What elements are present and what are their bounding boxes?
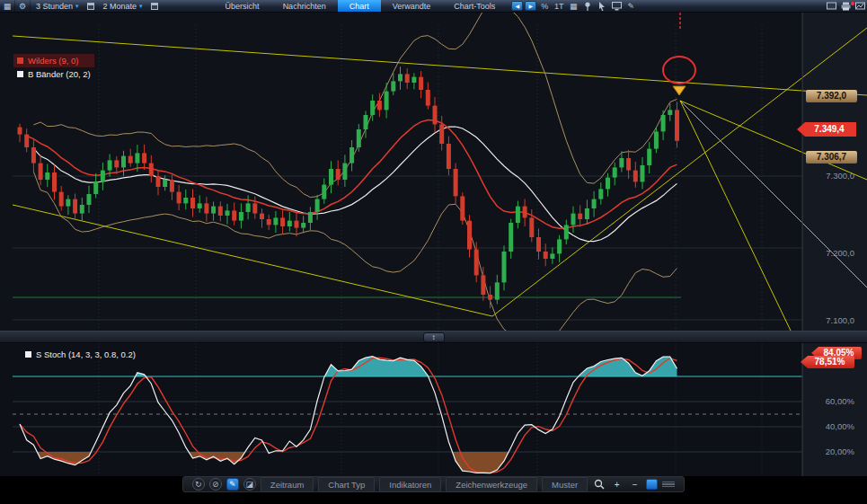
bottom-toolbar: ↻ ⊘ ✎ ◪ Zeitraum Chart Typ Indikatoren Z…: [0, 476, 867, 492]
pin-icon[interactable]: [580, 0, 595, 13]
text-size-icon[interactable]: 1T: [552, 0, 566, 13]
legend-label: Wilders (9, 0): [28, 56, 78, 66]
percent-icon[interactable]: %: [537, 0, 552, 13]
indicator-legend: Wilders (9, 0) B Bänder (20, 2): [13, 54, 94, 81]
zoom-in-button[interactable]: +: [610, 478, 624, 491]
price-tick: 7.200,0: [802, 248, 854, 258]
price-tick: 7.100,0: [802, 315, 854, 325]
legend-label: S Stoch (14, 3, 3, 0.8, 0.2): [36, 349, 136, 359]
alerts-icon[interactable]: [853, 0, 867, 13]
top-toolbar: ▦ ⚙ 3 Stunden ▾ 2 Monate ▾ Übersicht Nac…: [0, 0, 867, 13]
splitter-handle[interactable]: ↕: [423, 332, 445, 342]
stochastic-panel: S Stoch (14, 3, 3, 0.8, 0.2) 84,05% 78,5…: [0, 343, 867, 476]
calendar-icon[interactable]: [148, 0, 162, 12]
legend-wilders[interactable]: Wilders (9, 0): [13, 54, 94, 67]
indikatoren-button[interactable]: Indikatoren: [379, 477, 441, 492]
notification-dot: [851, 2, 854, 5]
muster-button[interactable]: Muster: [542, 477, 588, 492]
legend-swatch: [17, 57, 23, 64]
stripes-logo-icon: [662, 482, 675, 488]
screen-icon[interactable]: [824, 0, 838, 13]
panel-splitter[interactable]: ↕: [0, 331, 867, 343]
tab-chart[interactable]: Chart: [338, 0, 381, 12]
cursor-icon[interactable]: [595, 0, 609, 13]
tab-chart-tools[interactable]: Chart-Tools: [442, 0, 507, 12]
layout-pages-icon[interactable]: [646, 479, 658, 490]
price-tick: 7.300,0: [802, 171, 854, 181]
zoom-icon[interactable]: [592, 478, 606, 491]
main-chart-panel: 01 Okt 08 Okt 15 Okt 22 Okt 29 Okt 05 No…: [0, 13, 867, 331]
chart-typ-button[interactable]: Chart Typ: [318, 477, 375, 492]
zeichenwerkzeuge-button[interactable]: Zeichenwerkzeuge: [446, 477, 537, 492]
range-label: 2 Monate: [103, 2, 137, 11]
tab-uebersicht[interactable]: Übersicht: [214, 0, 271, 12]
calendar-icon[interactable]: [84, 0, 98, 12]
draw-pencil-icon[interactable]: ✎: [226, 478, 239, 491]
trading-app: ▦ ⚙ 3 Stunden ▾ 2 Monate ▾ Übersicht Nac…: [0, 0, 867, 504]
tab-verwandte[interactable]: Verwandte: [381, 0, 443, 12]
grid-icon[interactable]: ▦: [566, 0, 580, 13]
monitor-icon[interactable]: [609, 0, 624, 13]
arrow-left-button[interactable]: ◀: [511, 1, 523, 11]
refresh-icon[interactable]: ↻: [192, 478, 205, 491]
upper-band-badge: 7.392,0: [806, 90, 857, 102]
pencil-icon[interactable]: ✎: [624, 0, 638, 13]
legend-swatch: [25, 351, 31, 358]
range-dropdown[interactable]: 2 Monate ▾: [98, 0, 148, 12]
menu-icon[interactable]: ▦: [0, 0, 15, 12]
chevron-down-icon: ▾: [75, 3, 79, 10]
gear-icon[interactable]: ⚙: [15, 0, 31, 12]
legend-label: B Bänder (20, 2): [28, 69, 91, 79]
chart-tool-icons: ◀ ▶ % 1T ▦ ✎: [510, 0, 638, 12]
stoch-tick: 40,00%: [802, 421, 854, 431]
tab-nachrichten[interactable]: Nachrichten: [271, 0, 338, 12]
stoch-d-badge: 78,51%: [801, 356, 854, 368]
legend-bbands[interactable]: B Bänder (20, 2): [13, 67, 94, 81]
chevron-down-icon: ▾: [139, 3, 143, 10]
lower-band-badge: 7.306,7: [806, 151, 857, 164]
stoch-tick: 60,00%: [802, 396, 854, 406]
legend-stoch[interactable]: S Stoch (14, 3, 3, 0.8, 0.2): [25, 349, 136, 359]
stochastic-chart[interactable]: [0, 343, 867, 476]
zeitraum-button[interactable]: Zeitraum: [261, 477, 314, 492]
zoom-out-button[interactable]: −: [628, 478, 641, 491]
eraser-icon[interactable]: ◪: [243, 478, 256, 491]
candlestick-chart[interactable]: [0, 13, 867, 331]
disable-drawing-icon[interactable]: ⊘: [209, 478, 222, 491]
window-icons: [824, 0, 867, 12]
last-price-badge: 7.349,4: [797, 122, 856, 137]
arrow-right-button[interactable]: ▶: [525, 1, 536, 11]
interval-label: 3 Stunden: [36, 2, 73, 11]
legend-swatch: [17, 71, 23, 77]
stoch-tick: 20,00%: [802, 447, 854, 456]
interval-dropdown[interactable]: 3 Stunden ▾: [31, 0, 84, 12]
tab-bar: Übersicht Nachrichten Chart Verwandte Ch…: [214, 0, 508, 12]
